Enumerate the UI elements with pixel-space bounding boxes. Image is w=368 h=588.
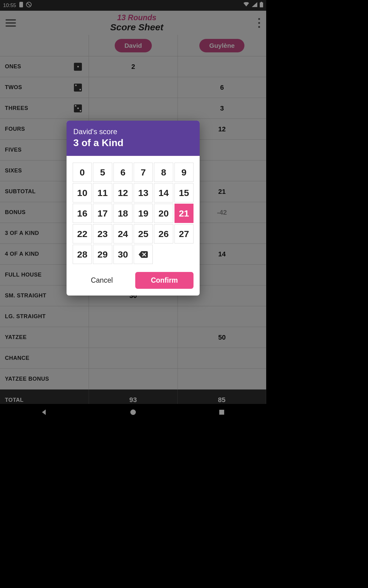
number-29-button[interactable]: 29 bbox=[93, 245, 112, 264]
confirm-button[interactable]: Confirm bbox=[135, 272, 194, 289]
empty-cell bbox=[174, 245, 194, 264]
cancel-button[interactable]: Cancel bbox=[73, 272, 131, 289]
number-20-button[interactable]: 20 bbox=[154, 204, 173, 223]
number-24-button[interactable]: 24 bbox=[113, 224, 132, 243]
number-13-button[interactable]: 13 bbox=[134, 183, 153, 202]
number-18-button[interactable]: 18 bbox=[113, 204, 132, 223]
number-17-button[interactable]: 17 bbox=[93, 204, 112, 223]
number-27-button[interactable]: 27 bbox=[174, 224, 194, 243]
dialog-subtitle: David's score bbox=[73, 127, 193, 136]
number-6-button[interactable]: 6 bbox=[113, 163, 132, 182]
dialog-title: 3 of a Kind bbox=[73, 137, 193, 149]
number-19-button[interactable]: 19 bbox=[134, 204, 153, 223]
backspace-button[interactable] bbox=[134, 245, 153, 264]
number-8-button[interactable]: 8 bbox=[154, 163, 173, 182]
number-25-button[interactable]: 25 bbox=[134, 224, 153, 243]
number-22-button[interactable]: 22 bbox=[73, 224, 92, 243]
number-grid: 0567891011121314151617181920212223242526… bbox=[73, 163, 194, 264]
number-7-button[interactable]: 7 bbox=[134, 163, 153, 182]
score-picker-dialog: David's score 3 of a Kind 05678910111213… bbox=[67, 121, 200, 296]
number-16-button[interactable]: 16 bbox=[73, 204, 92, 223]
number-14-button[interactable]: 14 bbox=[154, 183, 173, 202]
number-15-button[interactable]: 15 bbox=[174, 183, 194, 202]
number-28-button[interactable]: 28 bbox=[73, 245, 92, 264]
number-26-button[interactable]: 26 bbox=[154, 224, 173, 243]
number-10-button[interactable]: 10 bbox=[73, 183, 92, 202]
number-9-button[interactable]: 9 bbox=[174, 163, 194, 182]
number-11-button[interactable]: 11 bbox=[93, 183, 112, 202]
empty-cell bbox=[154, 245, 173, 264]
number-23-button[interactable]: 23 bbox=[93, 224, 112, 243]
number-12-button[interactable]: 12 bbox=[113, 183, 132, 202]
dialog-header: David's score 3 of a Kind bbox=[67, 121, 200, 156]
backspace-icon bbox=[139, 251, 148, 258]
number-30-button[interactable]: 30 bbox=[113, 245, 132, 264]
number-5-button[interactable]: 5 bbox=[93, 163, 112, 182]
number-0-button[interactable]: 0 bbox=[73, 163, 92, 182]
number-21-button[interactable]: 21 bbox=[174, 204, 194, 223]
